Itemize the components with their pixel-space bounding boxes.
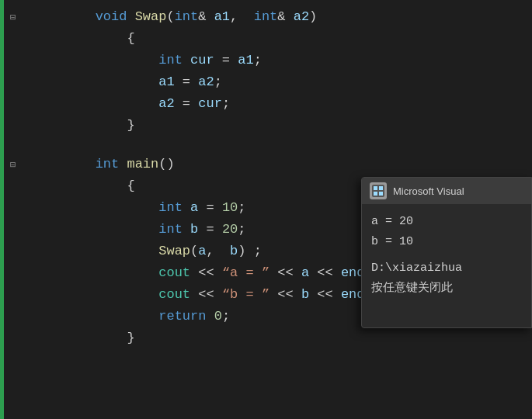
- output-hint: 按任意键关闭此: [371, 279, 522, 299]
- code-line-16: }: [4, 327, 532, 349]
- code-text-16: }: [21, 306, 135, 371]
- output-a-label: a =: [371, 215, 399, 228]
- output-title-text: Microsoft Visual: [393, 185, 464, 197]
- editor-container: ⊟ void Swap(int& a1, int& a2) { int cur …: [0, 0, 532, 419]
- svg-rect-1: [374, 186, 377, 190]
- output-line-a: a = 20: [371, 212, 522, 232]
- output-line-b: b = 10: [371, 232, 522, 252]
- output-path-text: D:\xiazaizhua: [371, 261, 462, 275]
- output-a-value: 20: [399, 215, 413, 228]
- output-popup: Microsoft Visual a = 20 b = 10 D:\xiazai…: [361, 177, 532, 328]
- output-hint-text: 按任意键关闭此: [371, 282, 453, 295]
- output-content: a = 20 b = 10 D:\xiazaizhua 按任意键关闭此: [362, 204, 531, 306]
- output-path: D:\xiazaizhua: [371, 258, 522, 279]
- fold-icon-8[interactable]: ⊟: [10, 159, 21, 171]
- output-b-label: b =: [371, 235, 399, 248]
- svg-rect-2: [379, 186, 383, 190]
- output-b-value: 10: [399, 235, 413, 248]
- output-title-bar: Microsoft Visual: [362, 178, 531, 204]
- svg-rect-4: [379, 192, 383, 196]
- svg-rect-3: [374, 192, 377, 196]
- fold-icon-1[interactable]: ⊟: [10, 12, 21, 23]
- code-area: ⊟ void Swap(int& a1, int& a2) { int cur …: [4, 0, 532, 419]
- output-icon: [370, 182, 387, 199]
